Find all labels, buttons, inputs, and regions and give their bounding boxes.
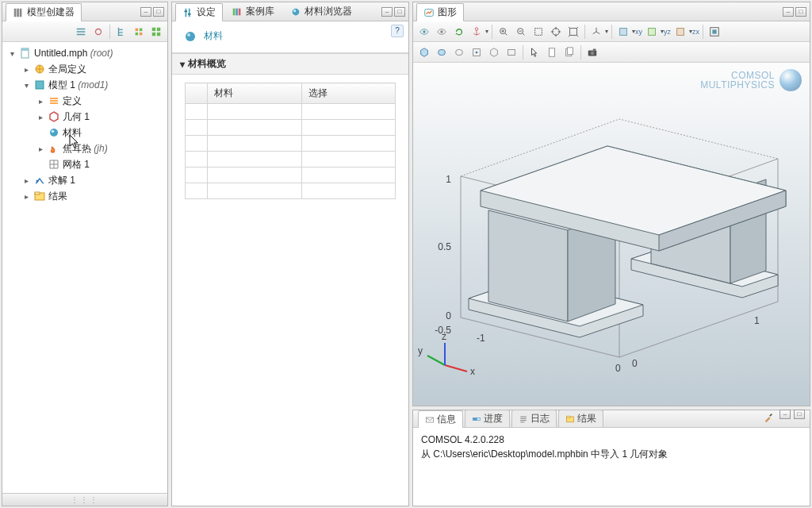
maximize-button[interactable]: □ xyxy=(794,410,805,419)
svg-point-49 xyxy=(476,51,478,53)
tree-node-globe[interactable]: ▸全局定义 xyxy=(4,61,166,77)
tree-expand-icon[interactable] xyxy=(73,24,89,40)
fullscreen-button[interactable] xyxy=(707,24,722,40)
maximize-button[interactable]: □ xyxy=(153,7,164,17)
tree-group-icon[interactable] xyxy=(148,24,164,40)
table-row[interactable] xyxy=(186,152,396,167)
expander-icon[interactable]: ▾ xyxy=(7,48,17,58)
expander-icon[interactable] xyxy=(36,160,45,169)
tree-label: Untitled.mph (root) xyxy=(34,48,113,59)
sel-dom-button[interactable] xyxy=(416,44,432,60)
tree-node-doc[interactable]: ▾Untitled.mph (root) xyxy=(4,45,166,61)
table-row[interactable] xyxy=(186,136,396,152)
cursor-arrow-button[interactable] xyxy=(527,44,542,60)
svg-rect-50 xyxy=(508,49,515,55)
expander-icon[interactable]: ▸ xyxy=(21,191,31,201)
tree-node-results[interactable]: ▸结果 xyxy=(4,188,166,204)
msg-tab-results[interactable]: 结果 xyxy=(558,410,603,427)
sel-cube-button[interactable] xyxy=(486,44,502,60)
tree-node-study[interactable]: ▸求解 1 xyxy=(4,172,166,188)
msg-tab-progress[interactable]: 进度 xyxy=(465,410,510,427)
svg-line-67 xyxy=(427,356,445,365)
tree-node-mesh[interactable]: 网格 1 xyxy=(4,156,166,172)
table-row[interactable] xyxy=(186,104,396,120)
tree-node-model[interactable]: ▾模型 1 (mod1) xyxy=(4,77,166,93)
svg-point-34 xyxy=(440,30,443,33)
table-row[interactable] xyxy=(186,120,396,136)
broom-icon[interactable] xyxy=(760,410,776,425)
msg-tab-log[interactable]: 日志 xyxy=(511,410,557,427)
tree-node-defs[interactable]: ▸定义 xyxy=(4,93,166,109)
minimize-button[interactable]: – xyxy=(140,7,151,17)
eye-arrow-button[interactable] xyxy=(416,24,432,40)
tree-collapse-icon[interactable] xyxy=(90,24,106,40)
anchor-button[interactable] xyxy=(469,24,485,40)
zoom-extents-button[interactable] xyxy=(565,24,581,40)
settings-header: 材料 xyxy=(172,21,408,53)
zoom-out-button[interactable] xyxy=(513,24,529,40)
view-xy-button[interactable] xyxy=(615,24,631,40)
sel-bnd-button[interactable] xyxy=(434,44,450,60)
svg-rect-11 xyxy=(157,32,160,35)
pages-button[interactable] xyxy=(561,44,577,60)
zoom-box-button[interactable] xyxy=(530,24,546,40)
maximize-button[interactable]: □ xyxy=(795,7,806,17)
sel-edge-button[interactable] xyxy=(451,44,467,60)
msg-tab-mail[interactable]: 信息 xyxy=(418,410,463,428)
zoom-center-button[interactable] xyxy=(548,24,564,40)
tab-model-builder[interactable]: 模型创建器 xyxy=(6,3,82,21)
page-button[interactable] xyxy=(544,44,560,60)
message-line: COMSOL 4.2.0.228 xyxy=(421,433,802,447)
graphics-tabbar: 图形 – □ xyxy=(413,2,810,21)
tree-node-heat[interactable]: ▸焦耳热 (jh) xyxy=(4,140,166,156)
expander-icon[interactable]: ▾ xyxy=(21,80,31,90)
expander-icon[interactable] xyxy=(36,128,45,137)
expander-icon[interactable]: ▸ xyxy=(36,112,45,121)
expander-icon[interactable]: ▸ xyxy=(21,64,31,74)
model-tree[interactable]: ▾Untitled.mph (root)▸全局定义▾模型 1 (mod1)▸定义… xyxy=(2,42,167,506)
maximize-button[interactable]: □ xyxy=(394,7,405,17)
expander-icon[interactable]: ▸ xyxy=(36,144,45,153)
help-button[interactable]: ? xyxy=(391,25,404,37)
materials-table[interactable]: 材料 选择 xyxy=(185,83,396,199)
graphics-toolbar-1: ▾▾▾xy▾yz▾zx xyxy=(413,21,810,42)
messages-body[interactable]: COMSOL 4.2.0.228从 C:\Users\eric\Desktop\… xyxy=(413,428,810,506)
msg-tab-label: 结果 xyxy=(577,412,596,425)
section-header[interactable]: ▾ 材料概览 xyxy=(172,53,408,75)
tree-sort-icon[interactable] xyxy=(131,24,147,40)
tab-graphics[interactable]: 图形 xyxy=(416,3,464,21)
graphics-canvas[interactable]: COMSOL MULTIPHYSICS 1 0.5 0 -1 -0.5 xyxy=(413,63,810,406)
tab-library[interactable]: 案例库 xyxy=(224,2,282,21)
minimize-button[interactable]: – xyxy=(783,7,794,17)
dropdown-arrow-icon[interactable]: ▾ xyxy=(605,28,608,35)
tree-label: 模型 1 (mod1) xyxy=(48,79,108,92)
camera-button[interactable] xyxy=(584,44,600,60)
minimize-button[interactable]: – xyxy=(779,410,791,419)
table-row[interactable] xyxy=(186,183,396,199)
minimize-button[interactable]: – xyxy=(381,7,393,17)
tab-settings[interactable]: 设定 xyxy=(175,3,223,21)
table-header-selection[interactable]: 选择 xyxy=(301,83,396,104)
tree-branch-icon[interactable] xyxy=(113,24,129,40)
sel-rect-button[interactable] xyxy=(504,44,519,60)
table-header-material[interactable]: 材料 xyxy=(208,83,302,104)
dropdown-arrow-icon[interactable]: ▾ xyxy=(485,28,488,35)
expander-icon[interactable]: ▸ xyxy=(36,96,45,106)
refresh-button[interactable] xyxy=(451,24,467,40)
axis-xyz-button[interactable] xyxy=(588,24,604,40)
svg-rect-75 xyxy=(567,416,571,418)
expander-icon[interactable]: ▸ xyxy=(21,175,31,185)
tree-node-geom[interactable]: ▸几何 1 xyxy=(4,109,166,125)
table-row[interactable] xyxy=(186,167,396,183)
view-yz-button[interactable] xyxy=(644,24,660,40)
svg-rect-10 xyxy=(152,32,155,35)
eye-button[interactable] xyxy=(434,24,450,40)
zoom-in-button[interactable] xyxy=(496,24,511,40)
log-icon xyxy=(519,414,528,424)
tab-matbrowser[interactable]: 材料浏览器 xyxy=(283,2,359,21)
tree-node-mat[interactable]: 材料 xyxy=(4,125,166,140)
svg-rect-23 xyxy=(185,10,188,12)
sel-point-button[interactable] xyxy=(469,44,485,60)
view-zx-button[interactable] xyxy=(672,24,688,40)
panel-resizer[interactable]: ⋮⋮⋮ xyxy=(2,493,167,506)
